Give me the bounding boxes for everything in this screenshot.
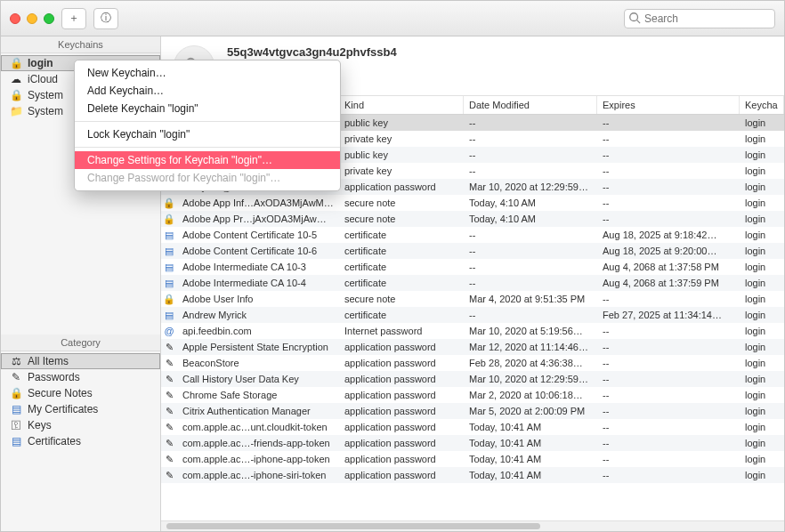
category-label: All Items — [28, 355, 69, 367]
menu-item[interactable]: Change Settings for Keychain "login"… — [75, 151, 340, 169]
table-row[interactable]: ✎BeaconStoreapplication passwordFeb 28, … — [161, 355, 784, 371]
cell-keychain: login — [740, 470, 784, 480]
menu-item[interactable]: Add Keychain… — [75, 82, 340, 100]
cell-expires: Aug 18, 2025 at 9:18:42… — [597, 230, 740, 240]
keychain-label: System — [28, 89, 63, 101]
add-button[interactable]: ＋ — [61, 8, 86, 29]
cell-date: Feb 28, 2020 at 4:36:38… — [464, 358, 597, 368]
cell-expires: Aug 18, 2025 at 9:20:00… — [597, 246, 740, 256]
cell-keychain: login — [740, 278, 784, 288]
password-icon: ✎ — [166, 422, 174, 433]
table-row[interactable]: ✎com.apple.ac…-iphone-siri-tokenapplicat… — [161, 467, 784, 483]
table-row[interactable]: ✎com.apple.ac…-friends-app-tokenapplicat… — [161, 435, 784, 451]
cell-date: Today, 10:41 AM — [464, 454, 597, 464]
info-button[interactable]: ⓘ — [93, 8, 118, 29]
table-row[interactable]: ▤Adobe Content Certificate 10-6certifica… — [161, 243, 784, 259]
cell-expires: Aug 4, 2068 at 1:37:58 PM — [597, 262, 740, 272]
table-row[interactable]: ✎Citrix Authentication Managerapplicatio… — [161, 403, 784, 419]
cell-date: -- — [464, 133, 597, 144]
search-input[interactable] — [624, 9, 775, 28]
cell-name: Adobe Intermediate CA 10-4 — [177, 278, 339, 288]
col-kind[interactable]: Kind — [339, 96, 464, 114]
cell-date: Today, 10:41 AM — [464, 438, 597, 448]
minimize-window-button[interactable] — [27, 13, 37, 24]
col-keychain[interactable]: Keycha — [740, 96, 784, 114]
category-item[interactable]: ⚖︎All Items — [1, 353, 160, 369]
table-row[interactable]: ▤Adobe Intermediate CA 10-3certificate--… — [161, 259, 784, 275]
cell-keychain: login — [740, 246, 784, 256]
cell-date: Mar 10, 2020 at 12:29:59… — [464, 181, 597, 192]
search-field-wrapper — [624, 9, 775, 28]
cell-date: Today, 10:41 AM — [464, 422, 597, 432]
horizontal-scrollbar[interactable] — [161, 520, 784, 531]
cell-kind: secure note — [339, 214, 464, 224]
table-row[interactable]: 🔒Adobe App Inf…AxODA3MjAwMQ)secure noteT… — [161, 195, 784, 211]
category-item[interactable]: 🔒Secure Notes — [1, 385, 160, 401]
cell-keychain: login — [740, 438, 784, 448]
table-row[interactable]: 🔒Adobe App Pr…jAxODA3MjAwMQ)secure noteT… — [161, 211, 784, 227]
cell-kind: application password — [339, 342, 464, 352]
cell-name: Andrew Myrick — [177, 310, 339, 320]
scrollbar-thumb[interactable] — [166, 523, 540, 529]
lock-icon: 🔒 — [163, 294, 175, 305]
window-controls — [10, 13, 54, 24]
cell-date: Mar 10, 2020 at 12:29:59… — [464, 374, 597, 384]
table-row[interactable]: ▤Adobe Content Certificate 10-5certifica… — [161, 227, 784, 243]
cell-kind: application password — [339, 358, 464, 368]
table-row[interactable]: 🔒Adobe User Infosecure noteMar 4, 2020 a… — [161, 291, 784, 307]
category-label: My Certificates — [28, 403, 98, 415]
cell-keychain: login — [740, 294, 784, 304]
cell-date: -- — [464, 310, 597, 320]
cell-name: Apple Persistent State Encryption — [177, 342, 339, 352]
cell-name: Adobe App Inf…AxODA3MjAwMQ) — [177, 197, 339, 208]
menu-item[interactable]: Lock Keychain "login" — [75, 125, 340, 143]
cell-expires: -- — [597, 358, 740, 368]
password-icon: ✎ — [166, 406, 174, 417]
cell-name: com.apple.ac…-friends-app-token — [177, 438, 339, 448]
zoom-window-button[interactable] — [44, 13, 54, 24]
col-expires[interactable]: Expires — [597, 96, 740, 114]
table-row[interactable]: ✎Chrome Safe Storageapplication password… — [161, 387, 784, 403]
cell-kind: secure note — [339, 294, 464, 304]
cell-keychain: login — [740, 149, 784, 160]
category-item[interactable]: ▤My Certificates — [1, 401, 160, 417]
table-row[interactable]: ✎Apple Persistent State Encryptionapplic… — [161, 339, 784, 355]
keychain-context-menu[interactable]: New Keychain…Add Keychain…Delete Keychai… — [74, 60, 341, 191]
category-item[interactable]: ⚿Keys — [1, 417, 160, 433]
table-row[interactable]: @api.feedbin.comInternet passwordMar 10,… — [161, 323, 784, 339]
password-icon: ✎ — [166, 390, 174, 401]
cell-name: Adobe App Pr…jAxODA3MjAwMQ) — [177, 214, 339, 224]
table-row[interactable]: ▤Andrew Myrickcertificate--Feb 27, 2025 … — [161, 307, 784, 323]
cell-expires: -- — [597, 390, 740, 400]
table-row[interactable]: ▤Adobe Intermediate CA 10-4certificate--… — [161, 275, 784, 291]
col-modified[interactable]: Date Modified — [464, 96, 597, 114]
category-item[interactable]: ▤Certificates — [1, 433, 160, 449]
cell-kind: certificate — [339, 246, 464, 256]
category-item[interactable]: ✎Passwords — [1, 369, 160, 385]
globe-icon: @ — [164, 326, 174, 336]
cell-keychain: login — [740, 390, 784, 400]
table-row[interactable]: ✎Call History User Data Keyapplication p… — [161, 371, 784, 387]
category-label: Certificates — [28, 435, 81, 447]
lock-icon: 🔒 — [10, 89, 22, 101]
menu-item[interactable]: New Keychain… — [75, 64, 340, 82]
keychain-label: System — [28, 105, 63, 117]
cell-kind: application password — [339, 470, 464, 480]
cell-expires: -- — [597, 165, 740, 176]
certificate-icon: ▤ — [10, 403, 22, 415]
cell-date: Mar 2, 2020 at 10:06:18… — [464, 390, 597, 400]
menu-separator — [75, 121, 340, 122]
cell-name: com.apple.ac…-iphone-siri-token — [177, 470, 339, 480]
cell-name: Adobe User Info — [177, 294, 339, 304]
close-window-button[interactable] — [10, 13, 20, 24]
keychain-label: login — [28, 57, 53, 69]
menu-item[interactable]: Delete Keychain "login" — [75, 100, 340, 117]
table-row[interactable]: ✎com.apple.ac…-iphone-app-tokenapplicati… — [161, 451, 784, 467]
table-row[interactable]: ✎com.apple.ac…unt.cloudkit-tokenapplicat… — [161, 419, 784, 435]
lock-icon: 🔒 — [10, 57, 22, 69]
cell-date: Today, 10:41 AM — [464, 470, 597, 480]
cell-expires: -- — [597, 326, 740, 336]
cell-expires: -- — [597, 197, 740, 208]
cell-date: Mar 4, 2020 at 9:51:35 PM — [464, 294, 597, 304]
cell-kind: private key — [339, 165, 464, 176]
